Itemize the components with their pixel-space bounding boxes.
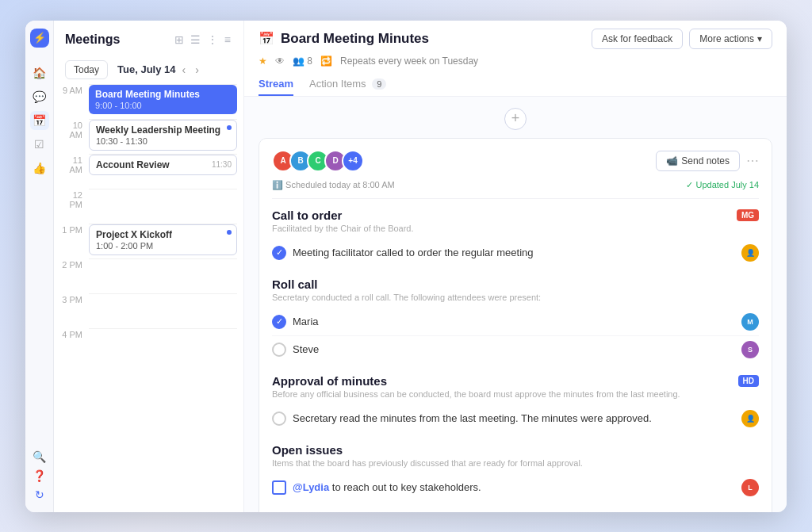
time-slot-12pm: 12 PM: [60, 189, 237, 224]
checklist-item-lydia: @Lydia to reach out to key stakeholders.…: [272, 474, 759, 501]
scheduled-info: ℹ️ Scheduled today at 8:00 AM: [272, 180, 395, 190]
home-icon[interactable]: 🏠: [30, 63, 49, 82]
scheduled-text: Scheduled today at 8:00 AM: [285, 180, 395, 189]
section-title-call-to-order: Call to order: [272, 209, 342, 222]
time-slot-11am: 11 AM Account Review 11:30: [60, 154, 237, 189]
calendar-body: 9 AM Board Meeting Minutes 9:00 - 10:00 …: [54, 84, 243, 512]
action-items-badge: 9: [372, 78, 386, 90]
main-header: 📅 Board Meeting Minutes Ask for feedback…: [244, 21, 787, 97]
event-title: Project X Kickoff: [96, 229, 230, 240]
check-circle-minutes[interactable]: [272, 411, 286, 426]
prev-arrow[interactable]: ‹: [179, 62, 190, 78]
meeting-title: Board Meeting Minutes: [281, 31, 429, 47]
sidebar-nav: Today Tue, July 14 ‹ ›: [54, 55, 243, 84]
add-button[interactable]: +: [504, 108, 527, 130]
time-slot-10am: 10 AM Weekly Leadership Meeting 10:30 - …: [60, 119, 237, 154]
list-icon[interactable]: ☰: [189, 32, 202, 48]
time-events-10am: Weekly Leadership Meeting 10:30 - 11:30: [89, 119, 237, 154]
feedback-button[interactable]: Ask for feedback: [592, 29, 683, 49]
video-icon: 📹: [666, 155, 678, 166]
tab-stream-label: Stream: [259, 78, 293, 90]
section-subtitle-open-issues: Items that the board has previously disc…: [272, 458, 759, 468]
section-open-issues: Open issues Items that the board has pre…: [272, 443, 759, 501]
checklist-item: ✓ Meeting facilitator called to order th…: [272, 239, 759, 266]
grid-icon[interactable]: ⊞: [173, 32, 186, 48]
lydia-mention[interactable]: @Lydia: [293, 481, 329, 493]
check-circle-steve[interactable]: [272, 343, 286, 357]
time-events-1pm: Project X Kickoff 1:00 - 2:00 PM: [89, 224, 237, 258]
section-roll-call: Roll call Secretary conducted a roll cal…: [272, 277, 759, 363]
send-notes-button[interactable]: 📹 Send notes: [656, 151, 740, 171]
tasks-icon[interactable]: ☑: [30, 135, 49, 154]
steve-avatar: S: [741, 341, 759, 358]
time-events-3pm: [89, 293, 237, 328]
check-circle-maria[interactable]: ✓: [272, 315, 286, 329]
next-arrow[interactable]: ›: [192, 62, 202, 78]
checklist-text-lydia: @Lydia to reach out to key stakeholders.: [293, 481, 735, 493]
help-icon[interactable]: ❓: [30, 466, 49, 485]
star-icon[interactable]: ★: [259, 55, 267, 67]
minutes-avatar: 👤: [741, 410, 759, 427]
more-actions-button[interactable]: More actions ▾: [689, 29, 772, 49]
checklist-text: Meeting facilitator called to order the …: [293, 247, 735, 258]
meeting-card: A B C D +4 📹 Send notes ⋯: [259, 138, 772, 512]
time-label-12pm: 12 PM: [60, 189, 89, 209]
check-square-lydia[interactable]: [272, 480, 286, 495]
header-actions: Ask for feedback More actions ▾: [592, 29, 772, 49]
more-label: More actions: [699, 33, 754, 44]
updated-text: ✓ Updated July 14: [686, 180, 759, 190]
main-header-top: 📅 Board Meeting Minutes Ask for feedback…: [259, 29, 772, 49]
date-nav: Tue, July 14 ‹ ›: [117, 62, 202, 78]
event-dot: [227, 230, 232, 235]
time-events-9am: Board Meeting Minutes 9:00 - 10:00: [89, 84, 237, 119]
repeat-icon: 🔁: [320, 55, 332, 67]
section-title-open-issues: Open issues: [272, 443, 343, 457]
check-circle-icon[interactable]: ✓: [272, 246, 286, 260]
search-icon[interactable]: 🔍: [30, 447, 49, 466]
event-weekly-leadership[interactable]: Weekly Leadership Meeting 10:30 - 11:30: [89, 120, 237, 151]
eye-icon[interactable]: 👁: [275, 55, 285, 67]
lydia-text: to reach out to key stakeholders.: [332, 481, 481, 493]
tab-action-items[interactable]: Action Items 9: [309, 73, 386, 96]
event-project-kickoff[interactable]: Project X Kickoff 1:00 - 2:00 PM: [89, 224, 237, 255]
maria-avatar: M: [741, 313, 759, 331]
event-title: Weekly Leadership Meeting: [96, 124, 230, 136]
calendar-icon[interactable]: 📅: [30, 111, 49, 130]
time-slot-2pm: 2 PM: [60, 258, 237, 293]
section-subtitle-approval: Before any official business can be cond…: [272, 389, 759, 399]
hamburger-icon[interactable]: ≡: [223, 32, 232, 48]
stream-area: + A B C D +4 📹 Send notes: [244, 97, 787, 512]
event-time: 9:00 - 10:00: [95, 101, 231, 110]
time-label-9am: 9 AM: [60, 84, 89, 95]
meeting-title-row: 📅 Board Meeting Minutes: [259, 31, 429, 47]
thumbs-icon[interactable]: 👍: [30, 159, 49, 178]
item-avatar: 👤: [741, 244, 759, 262]
checklist-item-minutes: Secretary read the minutes from the last…: [272, 405, 759, 432]
event-time: 1:00 - 2:00 PM: [96, 241, 230, 251]
app-logo[interactable]: ⚡: [30, 29, 49, 48]
section-badge-approval: HD: [738, 375, 759, 387]
tab-action-items-label: Action Items: [309, 78, 366, 90]
tab-stream[interactable]: Stream: [259, 73, 293, 96]
today-button[interactable]: Today: [65, 60, 108, 79]
meeting-calendar-icon: 📅: [259, 31, 274, 46]
dots-icon[interactable]: ⋮: [205, 32, 220, 48]
card-top-row: A B C D +4 📹 Send notes ⋯: [272, 150, 759, 172]
checklist-item-maria: ✓ Maria M: [272, 308, 759, 336]
section-header-open-issues: Open issues: [272, 443, 759, 457]
section-approval: Approval of minutes HD Before any offici…: [272, 374, 759, 432]
refresh-icon[interactable]: ↻: [30, 485, 49, 504]
card-more-icon[interactable]: ⋯: [746, 153, 759, 168]
sidebar-header-icons: ⊞ ☰ ⋮ ≡: [173, 32, 232, 48]
member-count: 👥 8: [293, 55, 312, 67]
checklist-text-minutes: Secretary read the minutes from the last…: [293, 412, 735, 424]
event-account-review[interactable]: Account Review 11:30: [89, 155, 237, 175]
time-events-11am: Account Review 11:30: [89, 154, 237, 189]
chat-icon[interactable]: 💬: [30, 87, 49, 106]
event-time: 10:30 - 11:30: [96, 136, 230, 146]
meeting-meta: ★ 👁 👥 8 🔁 Repeats every week on Tuesday: [259, 55, 772, 67]
event-board-meeting[interactable]: Board Meeting Minutes 9:00 - 10:00: [89, 85, 237, 114]
sidebar-title: Meetings: [65, 33, 167, 47]
add-btn-row: +: [259, 105, 772, 138]
lydia-avatar: L: [741, 479, 759, 496]
